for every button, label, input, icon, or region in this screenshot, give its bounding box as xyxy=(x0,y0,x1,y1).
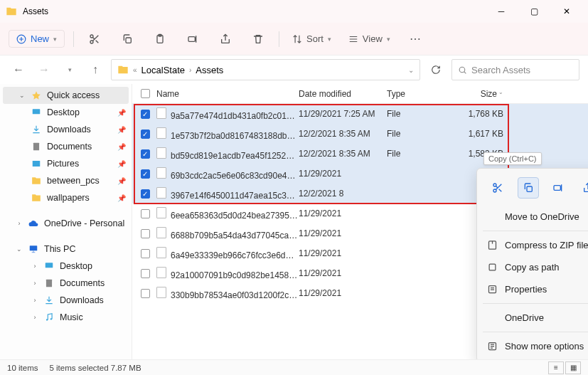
ctx-onedrive[interactable]: OneDrive › xyxy=(477,307,588,329)
ctx-copy-path[interactable]: Copy as path xyxy=(477,256,588,278)
chevron-down-icon[interactable]: ⌄ xyxy=(408,66,414,74)
item-icon xyxy=(44,312,54,322)
row-checkbox[interactable] xyxy=(141,209,150,218)
sidebar-item[interactable]: ›Desktop xyxy=(0,258,132,275)
file-name: 6eea658363d5d0d24bea273957a0d582... xyxy=(154,207,299,221)
ctx-share-icon[interactable] xyxy=(577,177,588,199)
sidebar-item[interactable]: between_pcs📌 xyxy=(0,172,132,189)
file-icon xyxy=(156,247,166,258)
back-button[interactable]: ← xyxy=(9,60,28,80)
row-checkbox[interactable]: ✓ xyxy=(141,189,150,199)
sidebar-onedrive[interactable]: › OneDrive - Personal xyxy=(0,215,132,232)
row-checkbox[interactable]: ✓ xyxy=(141,110,150,119)
svg-rect-18 xyxy=(527,186,532,191)
recent-button[interactable]: ▾ xyxy=(60,60,80,80)
row-checkbox[interactable] xyxy=(141,289,150,298)
item-icon xyxy=(31,193,41,203)
svg-rect-6 xyxy=(188,36,195,41)
thumbnails-view-button[interactable]: ▦ xyxy=(565,361,581,374)
breadcrumb-parent[interactable]: LocalState xyxy=(141,65,185,75)
sidebar-item[interactable]: ›Downloads xyxy=(0,292,132,309)
sort-button[interactable]: Sort ▾ xyxy=(288,33,336,44)
column-headers: Name Date modified Type Size⌄ xyxy=(132,84,588,104)
file-date: 12/2/2021 8:35 AM xyxy=(299,149,387,159)
rename-icon[interactable] xyxy=(181,27,205,51)
column-type[interactable]: Type xyxy=(387,89,461,99)
row-checkbox[interactable]: ✓ xyxy=(141,130,150,139)
sidebar-item[interactable]: wallpapers📌 xyxy=(0,189,132,206)
search-input[interactable]: Search Assets xyxy=(451,59,579,80)
close-button[interactable]: ✕ xyxy=(551,1,582,21)
more-options-icon xyxy=(487,341,498,352)
maximize-button[interactable]: ▢ xyxy=(518,1,550,21)
sidebar-this-pc[interactable]: ⌄ This PC xyxy=(0,241,132,258)
sidebar-item[interactable]: ›Music xyxy=(0,309,132,326)
ctx-rename-icon[interactable] xyxy=(547,177,569,199)
share-icon[interactable] xyxy=(213,27,237,51)
refresh-button[interactable] xyxy=(426,60,446,80)
table-row[interactable]: ✓9a5a77e474d1db431a0fb2c01d44964dc...11/… xyxy=(132,104,588,124)
row-checkbox[interactable] xyxy=(141,269,150,278)
svg-point-2 xyxy=(90,41,93,43)
ctx-label: Compress to ZIP file xyxy=(505,240,588,250)
row-checkbox[interactable] xyxy=(141,229,150,238)
file-date: 12/2/2021 8 xyxy=(299,189,387,199)
delete-icon[interactable] xyxy=(246,27,270,51)
column-name[interactable]: Name xyxy=(154,89,299,99)
pin-icon: 📌 xyxy=(117,160,126,168)
view-button[interactable]: View ▾ xyxy=(344,33,395,44)
cut-icon[interactable] xyxy=(82,27,107,51)
row-checkbox[interactable]: ✓ xyxy=(141,169,150,179)
details-view-button[interactable]: ≡ xyxy=(548,361,564,374)
minimize-button[interactable]: ─ xyxy=(486,1,517,21)
pin-icon: 📌 xyxy=(117,194,126,202)
file-icon xyxy=(156,167,166,179)
column-size[interactable]: Size⌄ xyxy=(461,89,512,99)
select-all-checkbox[interactable] xyxy=(141,89,150,98)
file-size: 1,768 KB xyxy=(461,109,512,119)
separator xyxy=(483,303,588,304)
row-checkbox[interactable]: ✓ xyxy=(141,149,150,159)
sidebar-item-label: Music xyxy=(60,312,83,322)
table-row[interactable]: ✓1e573b7f2ba0d8167483188db912dfa7e...12/… xyxy=(132,124,588,144)
more-icon[interactable]: ⋯ xyxy=(403,27,427,51)
item-icon xyxy=(31,159,41,169)
status-bar: 10 items 5 items selected 7.87 MB ≡ ▦ xyxy=(0,359,588,375)
ctx-move-onedrive[interactable]: Move to OneDrive xyxy=(477,206,588,228)
svg-point-7 xyxy=(459,67,465,73)
column-date[interactable]: Date modified xyxy=(299,89,387,99)
ctx-label: Copy as path xyxy=(505,262,560,273)
sidebar-item-label: Pictures xyxy=(47,159,79,169)
up-button[interactable]: ↑ xyxy=(85,60,105,80)
file-name: 330b9bb78534ae0f03d1200f2cae547d3... xyxy=(154,287,299,300)
file-icon xyxy=(156,267,166,278)
svg-point-16 xyxy=(493,184,496,186)
copy-icon[interactable] xyxy=(115,27,139,51)
ctx-cut-icon[interactable] xyxy=(487,177,508,199)
new-button[interactable]: New ▾ xyxy=(9,30,65,48)
ctx-label: OneDrive xyxy=(505,312,544,323)
sidebar-item[interactable]: Desktop📌 xyxy=(0,104,132,121)
file-date: 11/29/2021 xyxy=(299,169,387,179)
ctx-label: Show more options xyxy=(505,341,584,352)
sidebar-quick-access[interactable]: ⌄ Quick access xyxy=(3,87,129,104)
ctx-properties[interactable]: Properties Alt+Enter xyxy=(477,278,588,300)
forward-button[interactable]: → xyxy=(34,60,54,80)
address-bar[interactable]: « LocalState › Assets ⌄ xyxy=(111,59,420,80)
sidebar-item[interactable]: Documents📌 xyxy=(0,138,132,155)
sidebar-item-label: Documents xyxy=(47,142,92,152)
breadcrumb-current[interactable]: Assets xyxy=(196,65,223,75)
ctx-compress[interactable]: Compress to ZIP file xyxy=(477,234,588,256)
ctx-copy-icon[interactable] xyxy=(518,177,539,199)
sidebar-item[interactable]: Downloads📌 xyxy=(0,121,132,138)
paste-icon[interactable] xyxy=(148,27,172,51)
sidebar-item[interactable]: Pictures📌 xyxy=(0,155,132,172)
file-date: 12/2/2021 8:35 AM xyxy=(299,129,387,139)
separator xyxy=(73,31,74,47)
row-checkbox[interactable] xyxy=(141,249,150,258)
sidebar-item[interactable]: ›Documents xyxy=(0,275,132,292)
ctx-show-more[interactable]: Show more options Shift+F10 xyxy=(477,335,588,357)
file-icon xyxy=(156,227,166,238)
file-name: 92a10007091b9c0d982be1458be08206a... xyxy=(154,267,299,280)
file-icon xyxy=(156,127,166,139)
